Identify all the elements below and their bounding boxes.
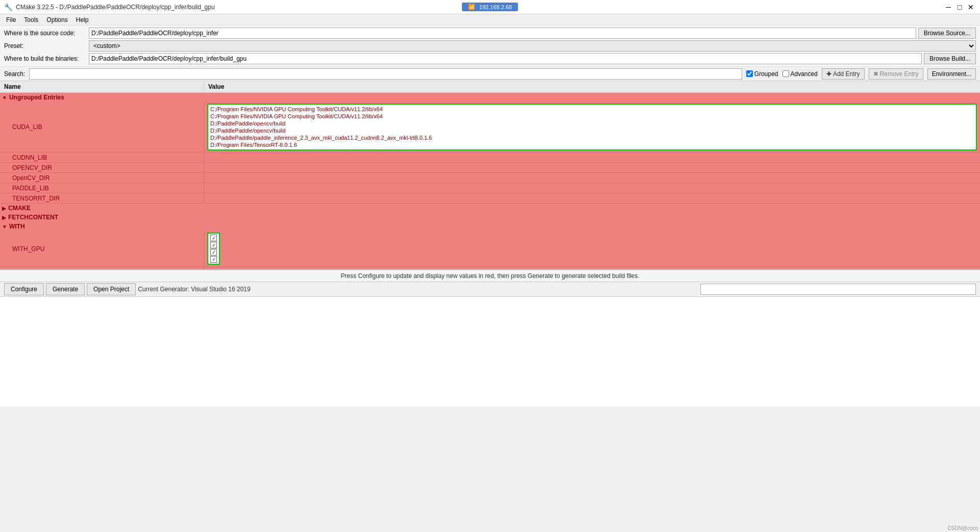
environment-button[interactable]: Environment...	[927, 68, 976, 80]
menu-file[interactable]: File	[2, 15, 20, 24]
browse-build-button[interactable]: Browse Build...	[924, 53, 976, 64]
watermark: CSDN@coco	[947, 525, 978, 531]
search-label: Search:	[4, 70, 25, 78]
maximize-button[interactable]: □	[954, 2, 965, 12]
value-line-6: D:/Program Files/TensorRT-8.0.1.6	[209, 141, 975, 148]
cell-value-opencv-dir[interactable]	[204, 173, 980, 183]
minimize-button[interactable]: ─	[943, 2, 953, 12]
toolbar: Search: Grouped Advanced ✚ Add Entry ✖ R…	[0, 67, 980, 81]
open-project-button[interactable]: Open Project	[87, 283, 136, 295]
remove-entry-button[interactable]: ✖ Remove Entry	[869, 68, 923, 80]
bottom-toolbar: Configure Generate Open Project Current …	[0, 282, 980, 297]
add-icon: ✚	[826, 70, 831, 78]
window-controls: ─ □ ✕	[943, 2, 976, 12]
network-ip: 192.168.2.68	[479, 4, 512, 10]
table-header: Name Value	[0, 81, 980, 93]
build-input[interactable]	[89, 53, 922, 64]
group-toggle-cmake: ▶	[2, 206, 6, 211]
cb-mkl[interactable]	[210, 242, 217, 248]
col-name-header: Name	[0, 82, 204, 91]
source-label: Where is the source code:	[4, 30, 86, 37]
cell-name-paddle-lib: PADDLE_LIB	[0, 183, 204, 193]
title-bar: 🔧 CMake 3.22.5 - D:/PaddlePaddle/PaddleO…	[0, 0, 980, 14]
cell-name-with-gpu: WITH_GPU	[0, 231, 204, 266]
cb-gpu[interactable]	[210, 235, 217, 241]
value-line-4: D:/PaddlePaddle/opencv/build	[209, 127, 975, 134]
group-label-with: WITH	[9, 223, 25, 230]
checkbox-box-with	[207, 233, 220, 265]
cell-name-cudnn-lib: CUDNN_LIB	[0, 153, 204, 162]
app-icon: 🔧	[4, 3, 13, 11]
checkbox-row-mkl[interactable]	[210, 242, 217, 248]
source-input[interactable]	[89, 28, 916, 39]
menu-options[interactable]: Options	[42, 15, 71, 24]
search-input[interactable]	[29, 68, 742, 80]
value-box-ungrouped: C:/Program Files/NVIDIA GPU Computing To…	[207, 104, 977, 150]
table-container: Name Value ▼ Ungrouped Entries CUDA_LIB …	[0, 81, 980, 270]
cell-name-cuda-lib: CUDA_LIB	[0, 102, 204, 152]
cell-value-tensorrt-dir[interactable]	[204, 193, 980, 203]
menu-tools[interactable]: Tools	[20, 15, 42, 24]
advanced-checkbox-label[interactable]: Advanced	[782, 70, 818, 78]
cb-static[interactable]	[210, 249, 217, 256]
build-row: Where to build the binaries: Browse Buil…	[4, 53, 976, 64]
grouped-checkbox-label[interactable]: Grouped	[746, 70, 778, 78]
value-line-2: C:/Program Files/NVIDIA GPU Computing To…	[209, 113, 975, 120]
browse-source-button[interactable]: Browse Source...	[918, 28, 976, 39]
cell-value-opencv-dir-upper[interactable]	[204, 163, 980, 172]
group-with[interactable]: ▼ WITH	[0, 222, 980, 231]
cell-value-with-gpu[interactable]	[204, 231, 980, 266]
menu-help[interactable]: Help	[72, 15, 93, 24]
preset-label: Preset:	[4, 42, 86, 49]
group-toggle-with: ▼	[2, 224, 7, 230]
preset-row: Preset: <custom>	[4, 40, 976, 52]
cell-name-tensorrt-dir: TENSORRT_DIR	[0, 193, 204, 203]
form-section: Where is the source code: Browse Source.…	[0, 26, 980, 67]
value-line-5: D:/PaddlePaddle/paddle_inference_2.3_avx…	[209, 134, 975, 141]
value-line-1: C:/Program Files/NVIDIA GPU Computing To…	[209, 106, 975, 113]
close-button[interactable]: ✕	[966, 2, 976, 12]
checkbox-row-static[interactable]	[210, 249, 217, 256]
table-row: CUDNN_LIB	[0, 153, 980, 163]
build-label: Where to build the binaries:	[4, 55, 86, 62]
remove-icon: ✖	[873, 70, 878, 78]
cell-name-opencv-dir-upper: OPENCV_DIR	[0, 163, 204, 172]
checkbox-row-gpu[interactable]	[210, 235, 217, 241]
cell-value-cuda-lib[interactable]: C:/Program Files/NVIDIA GPU Computing To…	[204, 102, 980, 152]
table-row: OPENCV_DIR	[0, 163, 980, 173]
group-label-cmake: CMAKE	[8, 205, 31, 212]
status-message: Press Configure to update and display ne…	[340, 272, 639, 280]
generator-text: Current Generator: Visual Studio 16 2019	[138, 286, 698, 293]
configure-button[interactable]: Configure	[4, 283, 44, 295]
generate-button[interactable]: Generate	[46, 283, 85, 295]
cell-value-cudnn-lib[interactable]	[204, 153, 980, 162]
network-bars-icon: 📶	[468, 4, 475, 10]
cell-value-paddle-lib[interactable]	[204, 183, 980, 193]
group-toggle-ungrouped: ▼	[2, 95, 7, 100]
group-cmake[interactable]: ▶ CMAKE	[0, 204, 980, 213]
advanced-checkbox[interactable]	[782, 70, 789, 77]
group-ungrouped[interactable]: ▼ Ungrouped Entries	[0, 93, 980, 102]
group-label-ungrouped: Ungrouped Entries	[9, 94, 64, 101]
cell-name-opencv-dir: OpenCV_DIR	[0, 173, 204, 183]
grouped-checkbox[interactable]	[746, 70, 753, 77]
preset-select[interactable]: <custom>	[89, 40, 976, 52]
table-row: PADDLE_LIB	[0, 183, 980, 193]
source-row: Where is the source code: Browse Source.…	[4, 28, 976, 39]
add-entry-button[interactable]: ✚ Add Entry	[822, 68, 865, 80]
status-bar: Press Configure to update and display ne…	[0, 270, 980, 282]
menu-bar: File Tools Options Help	[0, 14, 980, 26]
group-fetchcontent[interactable]: ▶ FETCHCONTENT	[0, 213, 980, 222]
group-toggle-fetchcontent: ▶	[2, 215, 6, 220]
table-row: CUDA_LIB C:/Program Files/NVIDIA GPU Com…	[0, 102, 980, 153]
table-row: TENSORRT_DIR	[0, 193, 980, 204]
col-value-header: Value	[204, 82, 980, 91]
group-label-fetchcontent: FETCHCONTENT	[8, 214, 58, 221]
log-area[interactable]	[0, 297, 980, 407]
table-row: WITH_GPU	[0, 231, 980, 267]
network-indicator: 📶 192.168.2.68	[462, 3, 518, 11]
checkbox-row-tensorrt[interactable]	[210, 256, 217, 263]
table-row: OpenCV_DIR	[0, 173, 980, 183]
progress-bar	[700, 284, 976, 295]
cb-tensorrt[interactable]	[210, 256, 217, 263]
